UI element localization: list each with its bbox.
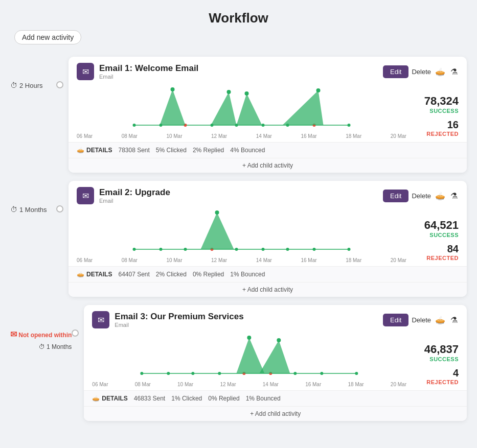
email-icon-email1: ✉	[77, 63, 94, 80]
stats-block-email1: 78,324 SUCCESS 16 REJECTED	[413, 84, 459, 137]
date-label: 06 Mar	[92, 382, 108, 387]
page-title: Workflow	[10, 10, 467, 26]
svg-marker-28	[201, 213, 234, 249]
sent-stat-email1: 78308 Sent	[118, 147, 149, 154]
success-label-email1: SUCCESS	[413, 108, 459, 114]
date-label: 20 Mar	[391, 382, 406, 387]
details-link-email3[interactable]: 🥧 DETAILS	[92, 395, 127, 402]
add-new-activity-button[interactable]: Add new activity	[14, 30, 81, 44]
chart-wrapper-email3: 06 Mar 08 Mar 10 Mar 12 Mar 14 Mar 16 Ma…	[92, 333, 406, 390]
svg-point-9	[348, 124, 351, 127]
success-count-email2: 64,521	[413, 219, 459, 232]
edit-button-email3[interactable]: Edit	[383, 314, 408, 326]
clock-icon: ⏱	[10, 205, 17, 214]
svg-point-41	[247, 336, 252, 340]
date-label: 14 Mar	[256, 257, 272, 263]
delete-button-email3[interactable]: Delete	[412, 316, 431, 324]
svg-point-39	[355, 372, 358, 375]
svg-point-29	[215, 210, 219, 215]
chart-icon-email2[interactable]: 🥧	[434, 190, 446, 202]
filter-icon-email2[interactable]: ⚗	[449, 190, 459, 202]
clock-icon: ⏱	[39, 343, 45, 350]
svg-point-43	[277, 338, 281, 342]
condition-label-email3: ✉ Not opened within ⏱ 1 Months	[10, 305, 72, 350]
card-header-email1: ✉ Email 1: Welcome Email Email Edit Dele…	[69, 57, 467, 84]
edit-button-email1[interactable]: Edit	[383, 65, 408, 78]
card-details-email3: 🥧 DETAILS 46833 Sent 1% Clicked 0% Repli…	[84, 390, 467, 406]
filter-icon-email1[interactable]: ⚗	[449, 66, 459, 78]
card-subtitle-email1: Email	[99, 74, 378, 80]
svg-point-17	[316, 88, 321, 92]
details-label: DETAILS	[86, 147, 112, 154]
chart-area-email2: 06 Mar 08 Mar 10 Mar 12 Mar 14 Mar 16 Ma…	[69, 208, 467, 266]
chart-icon-email1[interactable]: 🥧	[434, 66, 446, 78]
svg-marker-12	[211, 92, 237, 125]
details-link-email1[interactable]: 🥧 DETAILS	[77, 147, 112, 154]
details-label: DETAILS	[86, 271, 112, 278]
date-label: 16 Mar	[301, 133, 316, 139]
svg-point-19	[133, 248, 136, 251]
date-label: 06 Mar	[77, 133, 93, 139]
edit-button-email2[interactable]: Edit	[383, 190, 408, 202]
delay-label-email1: ⏱ 2 Hours	[10, 57, 56, 89]
date-label: 06 Mar	[77, 257, 93, 263]
success-count-email3: 46,837	[413, 343, 459, 356]
email-icon-email3: ✉	[92, 311, 109, 328]
stats-block-email2: 64,521 SUCCESS 84 REJECTED	[413, 208, 459, 261]
details-label: DETAILS	[102, 395, 127, 402]
clicked-stat-email3: 1% Clicked	[171, 395, 202, 402]
success-count-email1: 78,324	[413, 95, 459, 108]
svg-point-23	[235, 248, 238, 251]
chart-labels-email2: 06 Mar 08 Mar 10 Mar 12 Mar 14 Mar 16 Ma…	[77, 256, 406, 266]
delete-button-email1[interactable]: Delete	[412, 68, 431, 76]
add-child-button-email2[interactable]: + Add child activity	[69, 282, 467, 297]
rejected-count-email1: 16	[413, 119, 459, 131]
add-child-button-email1[interactable]: + Add child activity	[69, 158, 467, 173]
details-link-email2[interactable]: 🥧 DETAILS	[77, 271, 112, 278]
filter-icon-email3[interactable]: ⚗	[449, 314, 459, 326]
date-label: 16 Mar	[305, 382, 321, 387]
chart-labels-email3: 06 Mar 08 Mar 10 Mar 12 Mar 14 Mar 16 Ma…	[92, 381, 406, 390]
connector-dot-email1	[56, 81, 63, 88]
svg-point-1	[133, 124, 136, 127]
success-label-email3: SUCCESS	[413, 356, 459, 362]
success-label-email2: SUCCESS	[413, 232, 459, 238]
delete-button-email2[interactable]: Delete	[412, 192, 431, 200]
delay-text-email2: 1 Months	[19, 206, 47, 214]
svg-marker-40	[237, 338, 265, 373]
date-label: 08 Mar	[135, 382, 151, 387]
chart-icon-email3[interactable]: 🥧	[434, 314, 446, 326]
chart-wrapper-email1: 06 Mar 08 Mar 10 Mar 12 Mar 14 Mar 16 Ma…	[77, 84, 406, 142]
date-label: 20 Mar	[391, 257, 406, 263]
chart-labels-email1: 06 Mar 08 Mar 10 Mar 12 Mar 14 Mar 16 Ma…	[77, 132, 406, 142]
rejected-label-email3: REJECTED	[413, 379, 459, 385]
clock-icon: ⏱	[10, 81, 17, 89]
date-label: 20 Mar	[391, 133, 406, 139]
date-label: 18 Mar	[348, 382, 364, 387]
bounced-stat-email1: 4% Bounced	[230, 147, 265, 154]
date-label: 12 Mar	[211, 257, 227, 263]
date-label: 10 Mar	[177, 382, 193, 387]
rejected-label-email2: REJECTED	[413, 255, 459, 261]
date-label: 14 Mar	[263, 382, 279, 387]
bounced-stat-email2: 1% Bounced	[230, 271, 265, 278]
add-child-button-email3[interactable]: + Add child activity	[84, 406, 467, 421]
chart-svg-email1	[77, 84, 406, 130]
clicked-suffix: Clicked	[167, 147, 187, 154]
date-label: 18 Mar	[346, 133, 361, 139]
workflow-container: ⏱ 2 Hours ✉ Email 1: Welcome Email Email…	[10, 57, 467, 429]
card-actions-email3: Edit Delete 🥧 ⚗	[383, 314, 459, 326]
date-label: 14 Mar	[256, 133, 272, 139]
card-email1: ✉ Email 1: Welcome Email Email Edit Dele…	[69, 57, 467, 173]
date-label: 12 Mar	[220, 382, 236, 387]
bounced-stat-email3: 1% Bounced	[246, 395, 281, 402]
svg-marker-16	[283, 90, 324, 125]
svg-point-13	[227, 90, 231, 94]
sent-stat-email2: 64407 Sent	[118, 271, 149, 278]
svg-point-33	[192, 372, 195, 375]
card-header-email2: ✉ Email 2: Upgrade Email Edit Delete 🥧 ⚗	[69, 181, 467, 208]
chart-svg-email3	[92, 333, 406, 379]
card-title-block-email2: Email 2: Upgrade Email	[99, 187, 378, 204]
stats-block-email3: 46,837 SUCCESS 4 REJECTED	[413, 333, 459, 385]
date-label: 10 Mar	[166, 133, 182, 139]
